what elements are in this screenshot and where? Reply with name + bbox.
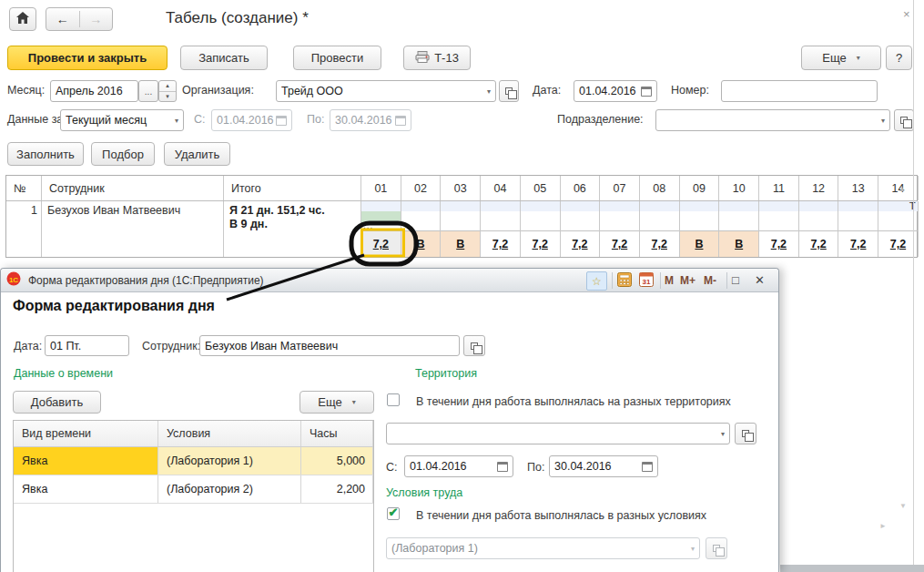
close-icon[interactable]: × — [903, 7, 910, 21]
col-header-conditions: Условия — [158, 421, 301, 446]
day-value-link[interactable]: 7,2 — [492, 238, 508, 250]
printer-icon — [415, 51, 430, 66]
dialog-titlebar[interactable]: 1С Форма редактирования дня (1С:Предприя… — [1, 269, 778, 292]
territory-checkbox[interactable] — [387, 393, 400, 406]
chevron-down-icon[interactable]: ▾ — [483, 87, 491, 96]
territory-checkbox-label: В течении дня работа выполнялась на разн… — [416, 395, 731, 408]
table-row: 1 Безухов Иван Матвеевич Я 21 дн. 151,2 … — [6, 201, 917, 257]
grid-header-row: № Сотрудник Итого 01 02 03 04 05 06 07 0… — [6, 176, 917, 201]
day-value-link[interactable]: 7,2 — [612, 238, 627, 250]
day-value-link[interactable]: 7,2 — [572, 238, 587, 250]
page-title: Табель (создание) * — [166, 9, 309, 27]
day-value-link[interactable]: В — [417, 238, 425, 250]
chevron-down-icon: ▾ — [349, 398, 356, 406]
month-picker-button[interactable]: ... — [138, 80, 158, 102]
data-for-combo[interactable]: Текущий месяц ▾ — [60, 109, 184, 131]
department-combo[interactable]: ▾ — [655, 109, 890, 131]
day-cell-10: В — [719, 201, 759, 257]
col-header-day: 13 — [838, 176, 878, 200]
chevron-down-icon[interactable]: ▾ — [878, 117, 885, 125]
employee-name[interactable]: Безухов Иван Матвеевич — [42, 201, 224, 257]
territory-from-field[interactable]: 01.04.2016 — [404, 455, 513, 477]
calendar-icon[interactable] — [641, 87, 652, 97]
day-value-link[interactable]: 7,2 — [890, 238, 906, 250]
col-header-day: 10 — [719, 176, 759, 200]
help-button[interactable]: ? — [886, 46, 912, 70]
spin-down-icon[interactable]: ▾ — [159, 92, 176, 102]
open-icon — [742, 430, 749, 437]
dialog-close-icon[interactable]: ✕ — [755, 273, 765, 287]
pick-button[interactable]: Подбор — [91, 142, 155, 166]
col-header-day: 12 — [799, 176, 839, 200]
dialog-employee-field[interactable]: Безухов Иван Матвеевич — [199, 335, 460, 356]
maximize-icon[interactable]: □ — [732, 273, 739, 287]
post-button[interactable]: Провести — [293, 46, 381, 70]
time-entries-table: Вид времени Условия Часы Явка (Лаборатор… — [13, 420, 374, 572]
home-button[interactable] — [9, 7, 36, 31]
day-value-link[interactable]: 7,2 — [373, 238, 389, 250]
day-value-link[interactable]: В — [735, 238, 743, 250]
delete-button[interactable]: Удалить — [164, 142, 230, 166]
data-for-label: Данные за: — [7, 113, 66, 126]
dialog-more-button[interactable]: Еще▾ — [300, 391, 374, 414]
favorites-star-icon[interactable]: ☆ — [586, 271, 607, 291]
scroll-down-icon[interactable]: ▼ — [899, 502, 907, 510]
calculator-icon[interactable] — [617, 272, 632, 287]
col-header-time-type: Вид времени — [14, 421, 158, 446]
scroll-right-icon[interactable]: ► — [879, 522, 887, 530]
chevron-down-icon[interactable]: ▾ — [717, 430, 725, 438]
period-from-field: 01.04.2016 — [211, 109, 292, 131]
write-button[interactable]: Записать — [180, 46, 268, 70]
number-field[interactable] — [721, 80, 878, 102]
dialog-date-field[interactable]: 01 Пт. — [45, 335, 129, 356]
conditions-checkbox[interactable]: ✔ — [387, 507, 400, 520]
month-spinner[interactable]: ▴ ▾ — [158, 80, 177, 102]
back-icon[interactable]: ← — [46, 12, 79, 26]
col-header-employee: Сотрудник — [42, 176, 224, 200]
day-value-link[interactable]: 7,2 — [532, 238, 547, 250]
day-value-link[interactable]: 7,2 — [850, 238, 866, 250]
more-button[interactable]: Еще▾ — [801, 46, 881, 70]
organization-open-button[interactable] — [499, 80, 519, 102]
calendar-icon[interactable] — [497, 462, 508, 472]
department-open-button[interactable] — [894, 109, 914, 131]
bottom-scrollbar-track[interactable] — [780, 565, 924, 572]
territory-open-button[interactable] — [735, 423, 756, 444]
day-value-link[interactable]: 7,2 — [771, 238, 787, 250]
period-to-label: По: — [307, 113, 324, 126]
conditions-checkbox-label: В течении дня работа выполнялась в разны… — [416, 509, 706, 522]
organization-combo[interactable]: Трейд ООО ▾ — [276, 80, 496, 102]
post-and-close-button[interactable]: Провести и закрыть — [7, 46, 168, 70]
day-value-link[interactable]: В — [695, 238, 703, 250]
employee-open-button[interactable] — [463, 335, 485, 356]
conditions-combo[interactable]: (Лаборатория 1) ▾ — [386, 537, 700, 559]
month-field[interactable]: Апрель 2016 — [50, 80, 138, 102]
add-button[interactable]: Добавить — [13, 391, 101, 414]
table-row[interactable]: Явка (Лаборатория 2) 2,200 — [14, 475, 373, 504]
calendar-icon[interactable] — [642, 462, 653, 472]
chevron-down-icon[interactable]: ▾ — [171, 117, 178, 125]
day-value-link[interactable]: 7,2 — [652, 238, 667, 250]
date-field[interactable]: 01.04.2016 — [574, 80, 657, 102]
memory-m-minus-button[interactable]: M- — [704, 274, 716, 287]
territory-combo[interactable]: ▾ — [386, 423, 730, 444]
calendar-31-icon[interactable]: 31 — [639, 272, 654, 287]
forward-icon[interactable]: → — [80, 12, 113, 26]
table-row[interactable]: Явка (Лаборатория 1) 5,000 — [14, 447, 373, 475]
home-icon — [16, 12, 29, 26]
scroll-up-icon[interactable]: ▲ — [899, 185, 906, 193]
day-value-link[interactable]: В — [456, 238, 464, 250]
fill-button[interactable]: Заполнить — [7, 142, 84, 166]
spin-up-icon[interactable]: ▴ — [159, 81, 176, 92]
memory-m-plus-button[interactable]: M+ — [680, 274, 696, 287]
check-icon: ✔ — [389, 506, 399, 519]
memory-m-button[interactable]: M — [665, 274, 674, 287]
day-value-link[interactable]: 7,2 — [810, 238, 826, 250]
more-marker: ... — [363, 222, 373, 230]
day-cell-03: В — [441, 201, 481, 257]
t13-print-button[interactable]: Т-13 — [403, 46, 471, 70]
nav-button-group: ← → — [46, 7, 113, 31]
row-number: 1 — [6, 201, 42, 257]
organization-label: Организация: — [182, 84, 254, 97]
territory-to-field[interactable]: 30.04.2016 — [549, 455, 658, 477]
